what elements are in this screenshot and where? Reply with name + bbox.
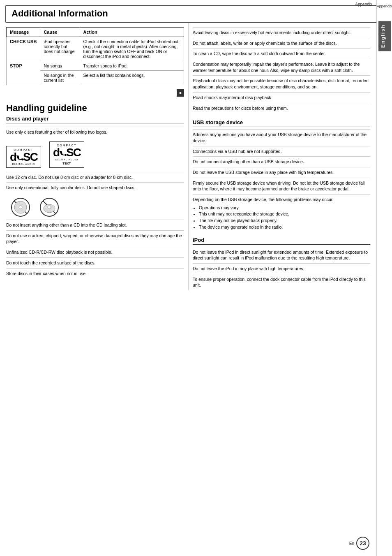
usb-section-title: USB storage device <box>193 119 370 127</box>
right-disc-rule-2: To clean a CD, wipe the disc with a soft… <box>193 48 370 59</box>
right-disc-rule-6: Read the precautions for discs before us… <box>193 103 370 114</box>
stop-msg: STOP <box>7 61 40 85</box>
table-row: STOP No songs Transfer songs to iPod. <box>7 61 184 71</box>
content-area: Message Cause Action CHECK USB iPod oper… <box>6 23 370 290</box>
ipod-section-title: iPod <box>193 237 370 245</box>
disc1-main: d𝁖SC <box>10 151 37 163</box>
disc2-sub: DIGITAL AUDIO <box>53 158 81 161</box>
discs-player-subtitle: Discs and player <box>6 116 184 123</box>
right-column: Avoid leaving discs in excessively hot e… <box>188 23 370 290</box>
disc-logos: COMPACT d𝁖SC DIGITAL AUDIO COMPACT d𝁖SC … <box>6 141 184 168</box>
disc-logo-box-2: COMPACT d𝁖SC DIGITAL AUDIO TEXT <box>49 141 84 168</box>
col-action: Action <box>80 28 184 37</box>
disc-logo-1: COMPACT d𝁖SC DIGITAL AUDIO <box>6 146 41 168</box>
ipod-rule-0: Do not leave the iPod in direct sunlight… <box>193 247 370 263</box>
disc-logo-2: COMPACT d𝁖SC DIGITAL AUDIO TEXT <box>49 141 84 168</box>
right-disc-rule-5: Road shocks may interrupt disc playback. <box>193 92 370 103</box>
usb-bullet-3: The device may generate noise in the rad… <box>199 224 370 231</box>
svg-point-3 <box>19 206 22 209</box>
usb-rule-2: Do not connect anything other than a USB… <box>193 156 370 167</box>
main-content: Message Cause Action CHECK USB iPod oper… <box>0 23 376 290</box>
check-usb-action: Check if the connection cable for iPod s… <box>80 37 184 61</box>
disc2-main: d𝁖SC <box>53 146 81 159</box>
handling-title: Handling guideline <box>6 103 184 114</box>
no-shaped-disc-icon-1 <box>10 197 31 218</box>
stop-cause-1: No songs <box>40 61 80 71</box>
right-disc-rule-4: Playback of discs may not be possible be… <box>193 75 370 92</box>
page-title: Additional Information <box>12 8 380 19</box>
disc-rule-5: Do not touch the recorded surface of the… <box>6 257 184 268</box>
ipod-rule-2: To ensure proper operation, connect the … <box>193 274 370 290</box>
usb-bullet-2: The file may not be played back properly… <box>199 218 370 224</box>
right-disc-rule-1: Do not attach labels, write on or apply … <box>193 38 370 49</box>
disc-rule-4: Unfinalized CD-R/CD-RW disc playback is … <box>6 247 184 257</box>
appendix-label: Appendix <box>377 4 392 9</box>
table-footer: ■ <box>6 89 184 97</box>
col-message: Message <box>7 28 40 37</box>
disc-rule-3: Do not use cracked, chipped, warped, or … <box>6 230 184 247</box>
usb-rule-4: Firmly secure the USB storage device whe… <box>193 178 370 194</box>
usb-bullet-0: Operations may vary. <box>199 205 370 211</box>
disc-icons <box>10 197 184 218</box>
svg-point-7 <box>48 206 51 209</box>
appendix-top-label: Appendix <box>355 2 372 7</box>
usb-rule-1: Connections via a USB hub are not suppor… <box>193 146 370 157</box>
disc1-sub: DIGITAL AUDIO <box>10 163 37 165</box>
stop-cause-2: No songs in the current list <box>40 71 80 85</box>
disc-logo-box-1: COMPACT d𝁖SC DIGITAL AUDIO <box>6 146 41 168</box>
check-usb-cause: iPod operates correctly but does not cha… <box>40 37 80 61</box>
usb-bullet-1: This unit may not recognize the storage … <box>199 211 370 218</box>
right-disc-rule-3: Condensation may temporarily impair the … <box>193 59 370 75</box>
check-usb-msg: CHECK USB <box>7 37 40 61</box>
table-row: CHECK USB iPod operates correctly but do… <box>7 37 184 61</box>
disc-intro: Use only discs featuring either of follo… <box>6 127 184 137</box>
usb-rule-0: Address any questions you have about you… <box>193 129 370 146</box>
page-indicator: ■ <box>177 89 184 97</box>
ipod-rule-1: Do not leave the iPod in any place with … <box>193 263 370 274</box>
page-header: Additional Information <box>5 5 387 23</box>
en-label: En <box>349 541 354 546</box>
page-footer: En 23 <box>349 537 369 550</box>
col-cause: Cause <box>40 28 80 37</box>
usb-bullet-list: Operations may vary. This unit may not r… <box>199 205 370 231</box>
usb-rule-5: Depending on the USB storage device, the… <box>193 194 370 205</box>
usb-rule-3: Do not leave the USB storage device in a… <box>193 167 370 178</box>
disc-rule-1-text: Use only conventional, fully circular di… <box>6 182 184 193</box>
right-disc-rule-0: Avoid leaving discs in excessively hot e… <box>193 27 370 38</box>
stop-action-1: Transfer songs to iPod. <box>80 61 184 71</box>
disc-rule-2: Do not insert anything other than a CD i… <box>6 220 184 230</box>
left-column: Message Cause Action CHECK USB iPod oper… <box>6 23 188 290</box>
page-number: 23 <box>356 537 369 550</box>
error-table: Message Cause Action CHECK USB iPod oper… <box>6 27 184 85</box>
disc-rule-6: Store discs in their cases when not in u… <box>6 268 184 279</box>
side-tab: Appendix English <box>376 0 392 556</box>
no-shaped-disc-icon-2 <box>39 197 60 218</box>
stop-action-2: Select a list that contains songs. <box>80 71 184 85</box>
english-tab: English <box>378 21 391 51</box>
disc2-extra: TEXT <box>53 162 81 165</box>
disc-rule-0: Use 12-cm disc. Do not use 8-cm disc or … <box>6 172 184 183</box>
